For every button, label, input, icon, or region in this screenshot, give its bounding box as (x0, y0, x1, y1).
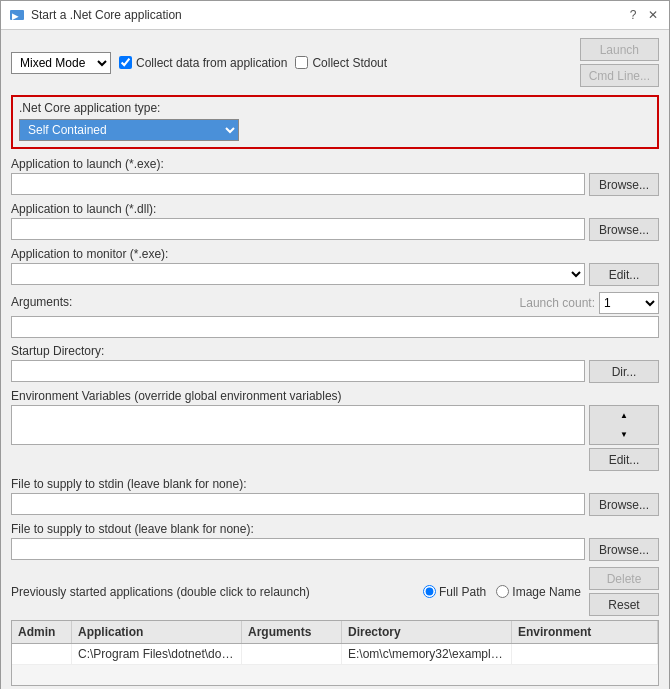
previously-started-row: Previously started applications (double … (11, 567, 659, 616)
collect-stdout-checkbox-label: Collect Stdout (295, 56, 387, 70)
launch-button[interactable]: Launch (580, 38, 659, 61)
launch-count-label: Launch count: (520, 296, 595, 310)
app-dll-label: Application to launch (*.dll): (11, 202, 659, 216)
title-bar: ▶ Start a .Net Core application ? ✕ (1, 1, 669, 30)
startup-dir-button[interactable]: Dir... (589, 360, 659, 383)
cell-environment (512, 644, 658, 664)
app-exe-input[interactable] (11, 173, 585, 195)
app-exe-row: Browse... (11, 173, 659, 196)
stdin-row: Browse... (11, 493, 659, 516)
table-empty-row (12, 665, 658, 685)
app-dll-row: Browse... (11, 218, 659, 241)
col-arguments: Arguments (242, 621, 342, 643)
svg-text:▶: ▶ (12, 12, 19, 21)
cell-directory: E:\om\c\memory32\examples\dot... (342, 644, 512, 664)
app-exe-label: Application to launch (*.exe): (11, 157, 659, 171)
app-type-label: .Net Core application type: (19, 101, 651, 115)
window-title: Start a .Net Core application (31, 8, 182, 22)
app-monitor-dropdown[interactable] (11, 263, 585, 285)
env-vars-label: Environment Variables (override global e… (11, 389, 659, 403)
app-monitor-row: Edit... (11, 263, 659, 286)
image-name-radio[interactable] (496, 585, 509, 598)
cell-arguments (242, 644, 342, 664)
app-icon: ▶ (9, 7, 25, 23)
cell-admin (12, 644, 72, 664)
close-button[interactable]: ✕ (645, 7, 661, 23)
env-vars-section: Environment Variables (override global e… (11, 389, 659, 471)
stdin-input[interactable] (11, 493, 585, 515)
applications-table-section: Admin Application Arguments Directory En… (11, 620, 659, 689)
mode-dropdown[interactable]: Mixed Mode Managed Only Native Only (11, 52, 111, 74)
collect-data-checkbox-label: Collect data from application (119, 56, 287, 70)
help-button[interactable]: ? (625, 7, 641, 23)
cmdline-button[interactable]: Cmd Line... (580, 64, 659, 87)
stdin-label: File to supply to stdin (leave blank for… (11, 477, 659, 491)
full-path-radio[interactable] (423, 585, 436, 598)
env-vars-row: ▲ ▼ Edit... (11, 405, 659, 471)
cell-application: C:\Program Files\dotnet\dotNet.exe (72, 644, 242, 664)
startup-dir-label: Startup Directory: (11, 344, 659, 358)
col-environment: Environment (512, 621, 658, 643)
col-application: Application (72, 621, 242, 643)
applications-table: Admin Application Arguments Directory En… (11, 620, 659, 686)
env-spin-down[interactable]: ▼ (590, 425, 658, 444)
app-monitor-label: Application to monitor (*.exe): (11, 247, 659, 261)
arguments-label: Arguments: (11, 295, 72, 309)
stdout-section: File to supply to stdout (leave blank fo… (11, 522, 659, 561)
title-bar-left: ▶ Start a .Net Core application (9, 7, 182, 23)
app-dll-input[interactable] (11, 218, 585, 240)
env-vars-edit-button[interactable]: Edit... (589, 448, 659, 471)
full-path-radio-label: Full Path (423, 585, 486, 599)
stdin-section: File to supply to stdin (leave blank for… (11, 477, 659, 516)
app-exe-browse-button[interactable]: Browse... (589, 173, 659, 196)
previously-started-label: Previously started applications (double … (11, 585, 423, 599)
stdout-input[interactable] (11, 538, 585, 560)
stdout-label: File to supply to stdout (leave blank fo… (11, 522, 659, 536)
stdout-browse-button[interactable]: Browse... (589, 538, 659, 561)
path-radio-group: Full Path Image Name (423, 585, 581, 599)
table-row[interactable]: C:\Program Files\dotnet\dotNet.exe E:\om… (12, 644, 658, 665)
startup-dir-section: Startup Directory: Dir... (11, 344, 659, 383)
app-type-group: .Net Core application type: Self Contain… (11, 95, 659, 149)
collect-stdout-checkbox[interactable] (295, 56, 308, 69)
startup-dir-row: Dir... (11, 360, 659, 383)
launch-count-select[interactable]: 123 (599, 292, 659, 314)
app-monitor-edit-button[interactable]: Edit... (589, 263, 659, 286)
stdout-row: Browse... (11, 538, 659, 561)
startup-dir-input[interactable] (11, 360, 585, 382)
app-dll-section: Application to launch (*.dll): Browse... (11, 202, 659, 241)
stdin-browse-button[interactable]: Browse... (589, 493, 659, 516)
reset-button[interactable]: Reset (589, 593, 659, 616)
env-spin-up[interactable]: ▲ (590, 406, 658, 425)
main-window: ▶ Start a .Net Core application ? ✕ Mixe… (0, 0, 670, 689)
collect-data-checkbox[interactable] (119, 56, 132, 69)
delete-button[interactable]: Delete (589, 567, 659, 590)
env-vars-spin: ▲ ▼ (589, 405, 659, 445)
col-directory: Directory (342, 621, 512, 643)
col-admin: Admin (12, 621, 72, 643)
app-type-dropdown[interactable]: Self Contained Framework Dependent (19, 119, 239, 141)
image-name-radio-label: Image Name (496, 585, 581, 599)
content-area: Mixed Mode Managed Only Native Only Coll… (1, 30, 669, 689)
env-vars-input[interactable] (11, 405, 585, 445)
app-monitor-section: Application to monitor (*.exe): Edit... (11, 247, 659, 286)
app-exe-section: Application to launch (*.exe): Browse... (11, 157, 659, 196)
arguments-input[interactable] (11, 316, 659, 338)
app-dll-browse-button[interactable]: Browse... (589, 218, 659, 241)
title-bar-controls: ? ✕ (625, 7, 661, 23)
table-header: Admin Application Arguments Directory En… (12, 621, 658, 644)
